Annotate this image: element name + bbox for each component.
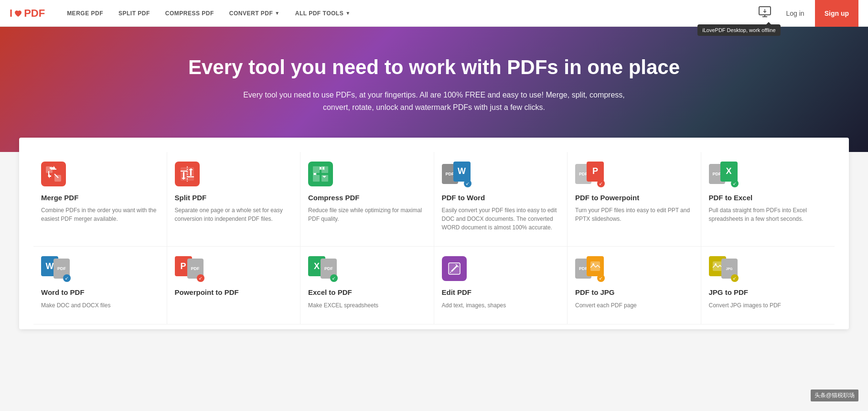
nav-split-pdf[interactable]: SPLIT PDF	[111, 0, 158, 27]
tools-grid: Merge PDF Combine PDFs in the order you …	[33, 152, 835, 324]
pdf-jpg-title: PDF to JPG	[575, 288, 693, 297]
word-pdf-title: Word to PDF	[41, 288, 159, 297]
excel-pdf-desc: Make EXCEL spreadsheets	[308, 301, 426, 310]
nav-convert-pdf[interactable]: CONVERT PDF ▼	[222, 0, 288, 27]
nav-merge-pdf[interactable]: MERGE PDF	[59, 0, 111, 27]
logo-text: I PDF	[10, 7, 45, 20]
tool-pdf-jpg[interactable]: PDF ↙ PDF to JPG Convert each PDF page	[568, 247, 701, 324]
nav-all-tools[interactable]: ALL PDF TOOLS ▼	[288, 0, 358, 27]
tool-jpg-pdf[interactable]: JPG ↙ JPG to PDF Convert JPG images to P…	[701, 247, 835, 324]
hero-description: Every tool you need to use PDFs, at your…	[243, 89, 625, 113]
pdf-ppt-icon: PDF P ↙	[575, 162, 604, 186]
tool-word-pdf[interactable]: W PDF ↙ Word to PDF Make DOC and DOCX fi…	[33, 247, 167, 324]
monitor-icon	[759, 6, 773, 19]
tool-pdf-word[interactable]: PDF W ↙ PDF to Word Easily convert your …	[434, 152, 568, 247]
compress-pdf-desc: Reduce file size while optimizing for ma…	[308, 206, 426, 223]
split-pdf-icon	[175, 162, 200, 186]
desktop-app-button[interactable]: iLovePDF Desktop, work offline	[756, 3, 776, 23]
all-tools-dropdown-arrow: ▼	[345, 11, 350, 16]
jpg-pdf-desc: Convert JPG images to PDF	[709, 301, 827, 310]
convert-dropdown-arrow: ▼	[275, 11, 279, 16]
tools-section: Merge PDF Combine PDFs in the order you …	[19, 138, 849, 329]
tool-pdf-ppt[interactable]: PDF P ↙ PDF to Powerpoint Turn your PDF …	[568, 152, 701, 247]
compress-pdf-icon	[308, 162, 333, 186]
tool-edit-pdf[interactable]: Edit PDF Add text, images, shapes	[434, 247, 568, 324]
svg-rect-4	[54, 175, 61, 182]
jpg-pdf-icon: JPG ↙	[709, 256, 738, 281]
pdf-word-title: PDF to Word	[442, 193, 560, 203]
edit-pdf-desc: Add text, images, shapes	[442, 301, 560, 310]
merge-pdf-title: Merge PDF	[41, 193, 159, 203]
split-pdf-title: Split PDF	[175, 193, 293, 203]
login-button[interactable]: Log in	[781, 7, 810, 20]
edit-pdf-title: Edit PDF	[442, 288, 560, 297]
merge-pdf-icon	[41, 162, 66, 186]
header-right: iLovePDF Desktop, work offline Log in Si…	[756, 0, 858, 27]
tool-excel-pdf[interactable]: X PDF ↙ Excel to PDF Make EXCEL spreadsh…	[300, 247, 434, 324]
pdf-excel-icon: PDF X ↙	[709, 162, 738, 186]
pdf-excel-title: PDF to Excel	[709, 193, 827, 203]
main-nav: MERGE PDF SPLIT PDF COMPRESS PDF CONVERT…	[59, 0, 755, 27]
tool-compress-pdf[interactable]: Compress PDF Reduce file size while opti…	[300, 152, 434, 247]
signup-button[interactable]: Sign up	[815, 0, 858, 27]
pdf-jpg-icon: PDF ↙	[575, 256, 604, 281]
logo[interactable]: I PDF	[10, 7, 45, 20]
svg-rect-8	[313, 175, 320, 182]
edit-pdf-icon	[442, 256, 467, 281]
compress-pdf-title: Compress PDF	[308, 193, 426, 203]
ppt-pdf-icon: P PDF ↙	[175, 256, 204, 281]
pdf-word-desc: Easily convert your PDF files into easy …	[442, 206, 560, 232]
tool-ppt-pdf[interactable]: P PDF ↙ Powerpoint to PDF	[167, 247, 301, 324]
pdf-jpg-desc: Convert each PDF page	[575, 301, 693, 310]
excel-pdf-title: Excel to PDF	[308, 288, 426, 297]
tool-pdf-excel[interactable]: PDF X ↙ PDF to Excel Pull data straight …	[701, 152, 835, 247]
ppt-pdf-title: Powerpoint to PDF	[175, 288, 293, 297]
header: I PDF MERGE PDF SPLIT PDF COMPRESS PDF C…	[0, 0, 868, 27]
svg-rect-6	[313, 166, 320, 173]
jpg-pdf-title: JPG to PDF	[709, 288, 827, 297]
excel-pdf-icon: X PDF ↙	[308, 256, 337, 281]
pdf-excel-desc: Pull data straight from PDFs into Excel …	[709, 206, 827, 223]
hero-title: Every tool you need to work with PDFs in…	[10, 55, 858, 79]
pdf-ppt-title: PDF to Powerpoint	[575, 193, 693, 203]
nav-compress-pdf[interactable]: COMPRESS PDF	[158, 0, 222, 27]
heart-icon	[13, 9, 23, 18]
word-pdf-icon: W PDF ↙	[41, 256, 70, 281]
pdf-word-icon: PDF W ↙	[442, 162, 471, 186]
tool-merge-pdf[interactable]: Merge PDF Combine PDFs in the order you …	[33, 152, 167, 247]
pdf-ppt-desc: Turn your PDF files into easy to edit PP…	[575, 206, 693, 223]
desktop-tooltip: iLovePDF Desktop, work offline	[697, 24, 780, 36]
hero-section: Every tool you need to work with PDFs in…	[0, 27, 868, 152]
word-pdf-desc: Make DOC and DOCX files	[41, 301, 159, 310]
tool-split-pdf[interactable]: Split PDF Separate one page or a whole s…	[167, 152, 301, 247]
split-pdf-desc: Separate one page or a whole set for eas…	[175, 206, 293, 223]
merge-pdf-desc: Combine PDFs in the order you want with …	[41, 206, 159, 223]
